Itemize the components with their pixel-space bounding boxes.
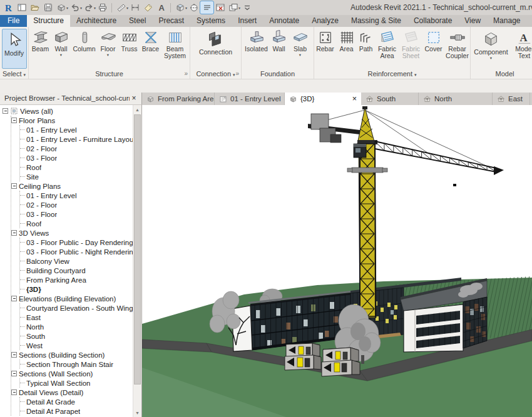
tree-item-west[interactable]: West xyxy=(20,341,133,350)
drawing-area[interactable] xyxy=(142,105,532,417)
ribbon-button-brace[interactable]: Brace xyxy=(140,28,161,69)
ribbon-tab-insert[interactable]: Insert xyxy=(232,15,263,27)
ribbon-button-rebar-coupler[interactable]: Rebar Coupler xyxy=(444,28,471,69)
ribbon-tab-precast[interactable]: Precast xyxy=(152,15,190,27)
ui-views-button[interactable] xyxy=(15,1,28,14)
view-tab-3d[interactable]: {3D}× xyxy=(285,93,361,105)
ribbon-tab-view[interactable]: View xyxy=(458,15,487,27)
ribbon-tab-file[interactable]: File xyxy=(0,15,27,27)
tree-item-01-entry-level[interactable]: 01 - Entry Level xyxy=(20,191,133,200)
print-button[interactable] xyxy=(96,1,109,14)
tree-item-detail-at-parapet[interactable]: Detail At Parapet xyxy=(20,406,133,416)
tree-item-roof[interactable]: Roof xyxy=(20,163,133,172)
measure-button[interactable] xyxy=(115,1,128,14)
tree-item-balcony-view[interactable]: Balcony View xyxy=(20,256,133,266)
ribbon-button-column[interactable]: Column xyxy=(71,28,98,69)
tree-item-detail-views-detail[interactable]: Detail Views (Detail) xyxy=(11,388,133,397)
tree-expander-icon[interactable] xyxy=(11,183,17,189)
view-tab-close-icon[interactable]: × xyxy=(349,94,357,103)
tree-item-01-entry-level[interactable]: 01 - Entry Level xyxy=(20,125,133,134)
tree-item-views-all[interactable]: Views (all) xyxy=(3,106,133,116)
open-button[interactable] xyxy=(28,1,41,14)
view-tab-from-parking-area[interactable]: From Parking Area xyxy=(142,93,215,105)
tree-expander-icon[interactable] xyxy=(11,389,17,395)
tree-item-north[interactable]: North xyxy=(20,322,133,331)
view-tab-south[interactable]: South xyxy=(361,93,419,105)
ribbon-tab-collaborate[interactable]: Collaborate xyxy=(407,15,458,27)
dropdown-arrow-icon[interactable]: ▾ xyxy=(60,53,62,57)
ribbon-button-model-text[interactable]: AModel Text xyxy=(511,28,532,69)
dialog-launcher-icon[interactable]: » xyxy=(235,69,239,78)
scroll-down-icon[interactable]: ▼ xyxy=(133,408,141,417)
tree-item-building-courtyard[interactable]: Building Courtyard xyxy=(20,266,133,275)
panel-dropdown-icon[interactable]: ▾ xyxy=(414,73,417,77)
tree-item-03-floor[interactable]: 03 - Floor xyxy=(20,209,133,219)
switch-windows-button[interactable] xyxy=(227,1,240,14)
tree-item-elevations-building-elevation[interactable]: Elevations (Building Elevation) xyxy=(11,294,133,303)
section-button[interactable] xyxy=(187,1,200,14)
tree-item-east[interactable]: East xyxy=(20,313,133,322)
tree-item-3d-views[interactable]: 3D Views xyxy=(11,228,133,238)
tree-item-ceiling-plans[interactable]: Ceiling Plans xyxy=(11,181,133,191)
panel-label-select[interactable]: Select ▾ xyxy=(0,69,28,79)
sync-with-central-button[interactable] xyxy=(54,1,68,14)
tree-item-03-floor-public-day-rendering[interactable]: 03 - Floor Public - Day Rendering xyxy=(20,238,133,247)
view-tab-north[interactable]: North xyxy=(419,93,493,105)
save-button[interactable] xyxy=(41,1,54,14)
dropdown-arrow-icon[interactable]: ▾ xyxy=(490,56,492,60)
ribbon-button-wall[interactable]: Wall xyxy=(269,28,289,69)
ribbon-tab-structure[interactable]: Structure xyxy=(27,15,70,27)
ribbon-tab-add-ins[interactable]: Add-Ins xyxy=(526,15,532,27)
panel-dropdown-icon[interactable]: ▾ xyxy=(233,73,235,77)
view-tab-east[interactable]: East xyxy=(493,93,530,105)
tree-item-site[interactable]: Site xyxy=(20,172,133,181)
ribbon-tab-manage[interactable]: Manage xyxy=(487,15,526,27)
ribbon-button-component[interactable]: Component▾ xyxy=(472,28,511,69)
dropdown-arrow-icon[interactable]: ▾ xyxy=(107,53,109,57)
ribbon-button-modify[interactable]: Modify xyxy=(2,29,27,69)
tag-by-category-button[interactable] xyxy=(141,1,155,14)
default-3d-view-button[interactable] xyxy=(173,1,187,14)
tree-item-detail-at-grade[interactable]: Detail At Grade xyxy=(20,397,133,406)
tree-item-courtyard-elevation-south-wing[interactable]: Courtyard Elevation - South Wing xyxy=(20,303,133,313)
close-inactive-views-button[interactable] xyxy=(213,1,227,14)
tree-item-sections-wall-section[interactable]: Sections (Wall Section) xyxy=(11,369,133,378)
ribbon-tab-architecture[interactable]: Architecture xyxy=(70,15,123,27)
tree-item-02-floor[interactable]: 02 - Floor xyxy=(20,200,133,209)
scroll-thumb[interactable] xyxy=(134,114,141,384)
panel-label-reinforcement[interactable]: Reinforcement ▾ xyxy=(314,69,470,79)
ribbon-button-area[interactable]: Area xyxy=(337,28,357,69)
aligned-dimension-button[interactable] xyxy=(128,1,141,14)
ribbon-tab-analyze[interactable]: Analyze xyxy=(305,15,345,27)
tree-expander-icon[interactable] xyxy=(11,296,17,301)
tree-item-south[interactable]: South xyxy=(20,331,133,341)
project-browser-close-icon[interactable]: × xyxy=(130,93,138,104)
ribbon-button-fabric-area[interactable]: Fabric Area xyxy=(376,28,399,69)
tree-expander-icon[interactable] xyxy=(11,118,17,123)
tree-expander-icon[interactable] xyxy=(3,108,8,114)
ribbon-button-path[interactable]: Path xyxy=(357,28,376,69)
ribbon-button-slab[interactable]: Slab▾ xyxy=(289,28,312,69)
ribbon-button-floor[interactable]: Floor▾ xyxy=(98,28,119,69)
text-button[interactable]: A xyxy=(155,1,168,14)
dialog-launcher-icon[interactable]: » xyxy=(184,69,188,78)
tree-item-section-through-main-stair[interactable]: Section Through Main Stair xyxy=(20,359,133,369)
ribbon-button-connection[interactable]: Connection xyxy=(196,28,236,69)
tree-item-03-floor-public-night-rendering[interactable]: 03 - Floor Public - Night Rendering xyxy=(20,247,133,256)
ribbon-button-truss[interactable]: Truss xyxy=(119,28,140,69)
tree-item-02-floor[interactable]: 02 - Floor xyxy=(20,144,133,153)
browser-scrollbar[interactable]: ▲ ▼ xyxy=(133,105,141,417)
tree-item-03-floor[interactable]: 03 - Floor xyxy=(20,153,133,163)
ribbon-tab-massing-site[interactable]: Massing & Site xyxy=(345,15,407,27)
tree-item-typical-wall-section[interactable]: Typical Wall Section xyxy=(20,378,133,388)
tree-expander-icon[interactable] xyxy=(11,230,17,236)
ribbon-tab-annotate[interactable]: Annotate xyxy=(263,15,305,27)
thin-lines-button[interactable] xyxy=(200,1,213,14)
ribbon-button-wall[interactable]: Wall▾ xyxy=(51,28,71,69)
ribbon-button-beam[interactable]: Beam xyxy=(30,28,51,69)
view-tab-01-entry-level[interactable]: 01 - Entry Level xyxy=(215,93,285,105)
ribbon-button-beam-system[interactable]: Beam System xyxy=(161,28,189,69)
panel-dropdown-icon[interactable]: ▾ xyxy=(24,73,26,77)
tree-expander-icon[interactable] xyxy=(11,371,17,376)
tree-expander-icon[interactable] xyxy=(11,352,17,358)
